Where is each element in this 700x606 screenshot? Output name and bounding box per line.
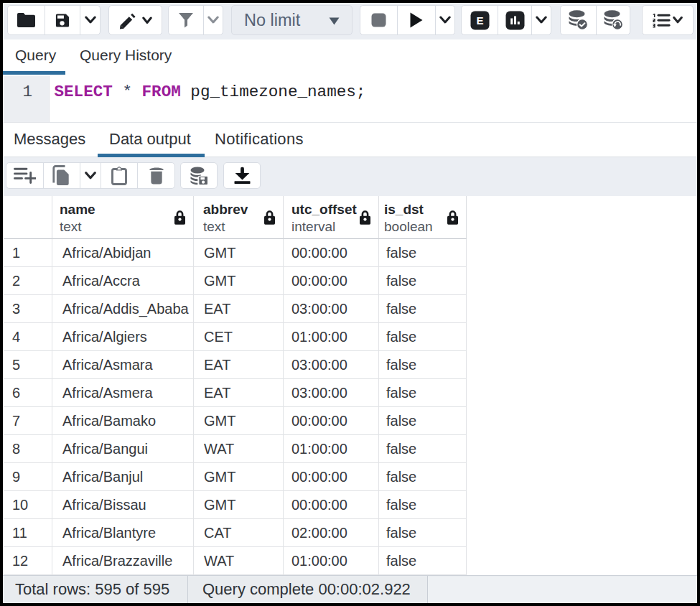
- svg-text:E: E: [476, 14, 483, 27]
